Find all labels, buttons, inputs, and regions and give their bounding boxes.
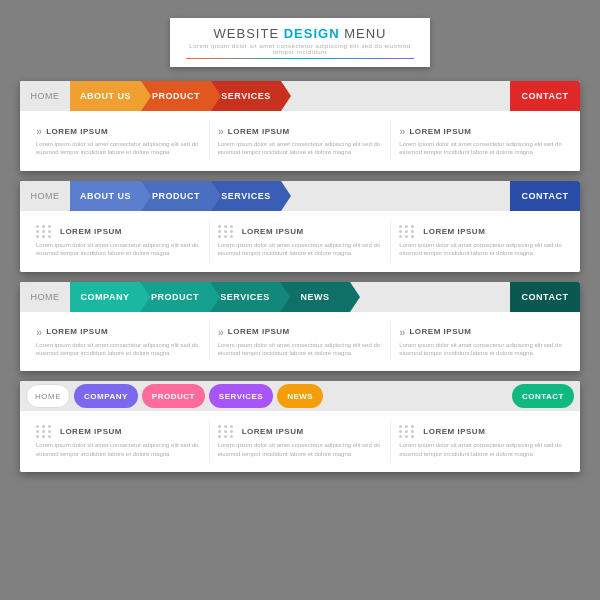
col-header-3: » LOREM IPSUM [399, 326, 564, 338]
col-text: Lorem ipsum dolor sit amet consectetur a… [36, 241, 201, 258]
title-underline [186, 58, 414, 59]
content-col-3-1: » LOREM IPSUM Lorem ipsum dolor sit amet… [28, 322, 210, 362]
arrow-icon: » [36, 125, 42, 137]
col-text: Lorem ipsum dolor sit amet consectetur a… [399, 241, 564, 258]
content-col-2-3: LOREM IPSUM Lorem ipsum dolor sit amet c… [391, 221, 572, 262]
col-text: Lorem ipsum dolor sit amet consectetur a… [399, 341, 564, 358]
col-header-2: LOREM IPSUM [218, 425, 383, 438]
nav-home-1[interactable]: HOME [20, 81, 70, 111]
col-header-1: LOREM IPSUM [36, 225, 201, 238]
nav-about-1[interactable]: ABOUT US [70, 81, 141, 111]
col-text: Lorem ipsum dolor sit amet consectetur a… [36, 140, 201, 157]
nav-about-2[interactable]: ABOUT US [70, 181, 141, 211]
nav-bar-3: HOME COMPANY PRODUCT SERVICES NEWS CONTA… [20, 282, 580, 312]
nav-product-1[interactable]: PRODUCT [141, 81, 211, 111]
content-col-4-2: LOREM IPSUM Lorem ipsum dolor sit amet c… [210, 421, 392, 462]
nav-bar-2: HOME ABOUT US PRODUCT SERVICES CONTACT [20, 181, 580, 211]
menu-content-3: » LOREM IPSUM Lorem ipsum dolor sit amet… [20, 312, 580, 372]
content-col-1-2: » LOREM IPSUM Lorem ipsum dolor sit amet… [210, 121, 392, 161]
col-header-2: » LOREM IPSUM [218, 125, 383, 137]
col-title: LOREM IPSUM [242, 227, 304, 236]
nav-company-4[interactable]: COMPANY [74, 384, 138, 408]
col-text: Lorem ipsum dolor sit amet consectetur a… [36, 341, 201, 358]
nav-news-3[interactable]: NEWS [280, 282, 350, 312]
col-header-2: » LOREM IPSUM [218, 326, 383, 338]
dot-grid-icon [218, 225, 234, 238]
nav-contact-3[interactable]: CONTACT [510, 282, 580, 312]
col-title: LOREM IPSUM [60, 427, 122, 436]
col-header-1: LOREM IPSUM [36, 425, 201, 438]
col-title: LOREM IPSUM [46, 327, 108, 336]
col-title: LOREM IPSUM [60, 227, 122, 236]
col-header-3: » LOREM IPSUM [399, 125, 564, 137]
col-text: Lorem ipsum dolor sit amet consectetur a… [36, 441, 201, 458]
col-header-3: LOREM IPSUM [399, 425, 564, 438]
col-header-3: LOREM IPSUM [399, 225, 564, 238]
nav-contact-4[interactable]: CONTACT [512, 384, 574, 408]
arrow-icon: » [218, 125, 224, 137]
content-col-2-1: LOREM IPSUM Lorem ipsum dolor sit amet c… [28, 221, 210, 262]
nav-services-2[interactable]: SERVICES [211, 181, 281, 211]
menu-1: HOME ABOUT US PRODUCT SERVICES CONTACT »… [20, 81, 580, 171]
content-col-2-2: LOREM IPSUM Lorem ipsum dolor sit amet c… [210, 221, 392, 262]
dot-grid-icon [399, 225, 415, 238]
menu-3: HOME COMPANY PRODUCT SERVICES NEWS CONTA… [20, 282, 580, 372]
col-title: LOREM IPSUM [409, 127, 471, 136]
col-text: Lorem ipsum dolor sit amet consectetur a… [218, 241, 383, 258]
content-col-3-2: » LOREM IPSUM Lorem ipsum dolor sit amet… [210, 322, 392, 362]
col-text: Lorem ipsum dolor sit amet consectetur a… [218, 441, 383, 458]
content-col-3-3: » LOREM IPSUM Lorem ipsum dolor sit amet… [391, 322, 572, 362]
menu-2: HOME ABOUT US PRODUCT SERVICES CONTACT L… [20, 181, 580, 272]
col-title: LOREM IPSUM [228, 127, 290, 136]
nav-home-3[interactable]: HOME [20, 282, 70, 312]
col-title: LOREM IPSUM [46, 127, 108, 136]
nav-services-4[interactable]: SERVICES [209, 384, 273, 408]
nav-services-3[interactable]: SERVICES [210, 282, 280, 312]
subtitle: Lorem ipsum dolor sit amet consectetur a… [186, 43, 414, 55]
nav-contact-1[interactable]: CONTACT [510, 81, 580, 111]
nav-product-2[interactable]: PRODUCT [141, 181, 211, 211]
col-title: LOREM IPSUM [228, 327, 290, 336]
col-title: LOREM IPSUM [423, 427, 485, 436]
content-col-4-3: LOREM IPSUM Lorem ipsum dolor sit amet c… [391, 421, 572, 462]
nav-company-3[interactable]: COMPANY [70, 282, 140, 312]
dot-grid-icon [218, 425, 234, 438]
arrow-icon: » [399, 125, 405, 137]
dot-grid-icon [36, 225, 52, 238]
col-title: LOREM IPSUM [409, 327, 471, 336]
nav-product-3[interactable]: PRODUCT [140, 282, 210, 312]
col-header-2: LOREM IPSUM [218, 225, 383, 238]
menu-4: HOME COMPANY PRODUCT SERVICES NEWS CONTA… [20, 381, 580, 472]
col-text: Lorem ipsum dolor sit amet consectetur a… [399, 140, 564, 157]
content-col-4-1: LOREM IPSUM Lorem ipsum dolor sit amet c… [28, 421, 210, 462]
nav-news-4[interactable]: NEWS [277, 384, 323, 408]
menu-content-4: LOREM IPSUM Lorem ipsum dolor sit amet c… [20, 411, 580, 472]
col-title: LOREM IPSUM [242, 427, 304, 436]
content-col-1-1: » LOREM IPSUM Lorem ipsum dolor sit amet… [28, 121, 210, 161]
menu-content-2: LOREM IPSUM Lorem ipsum dolor sit amet c… [20, 211, 580, 272]
title-highlight: DESIGN [284, 26, 340, 41]
nav-services-1[interactable]: SERVICES [211, 81, 281, 111]
title-banner: WEBSITE DESIGN MENU Lorem ipsum dolor si… [170, 18, 430, 67]
arrow-icon: » [36, 326, 42, 338]
main-title: WEBSITE DESIGN MENU [186, 26, 414, 41]
nav-home-2[interactable]: HOME [20, 181, 70, 211]
col-text: Lorem ipsum dolor sit amet consectetur a… [399, 441, 564, 458]
dot-grid-icon [399, 425, 415, 438]
nav-product-4[interactable]: PRODUCT [142, 384, 205, 408]
col-title: LOREM IPSUM [423, 227, 485, 236]
col-header-1: » LOREM IPSUM [36, 326, 201, 338]
dot-grid-icon [36, 425, 52, 438]
nav-bar-4: HOME COMPANY PRODUCT SERVICES NEWS CONTA… [20, 381, 580, 411]
arrow-icon: » [399, 326, 405, 338]
nav-contact-2[interactable]: CONTACT [510, 181, 580, 211]
col-header-1: » LOREM IPSUM [36, 125, 201, 137]
col-text: Lorem ipsum dolor sit amet consectetur a… [218, 341, 383, 358]
col-text: Lorem ipsum dolor sit amet consectetur a… [218, 140, 383, 157]
content-col-1-3: » LOREM IPSUM Lorem ipsum dolor sit amet… [391, 121, 572, 161]
nav-bar-1: HOME ABOUT US PRODUCT SERVICES CONTACT [20, 81, 580, 111]
menu-content-1: » LOREM IPSUM Lorem ipsum dolor sit amet… [20, 111, 580, 171]
arrow-icon: » [218, 326, 224, 338]
nav-home-4[interactable]: HOME [26, 384, 70, 408]
